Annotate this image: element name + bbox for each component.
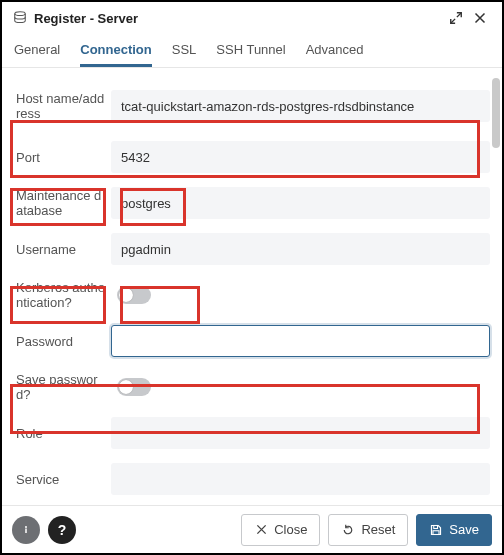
input-port[interactable]: 5432	[111, 141, 490, 173]
footer: ? Close Reset Save	[2, 505, 502, 553]
titlebar: Register - Server	[2, 2, 502, 34]
tab-connection[interactable]: Connection	[80, 34, 152, 67]
value-username: pgadmin	[121, 242, 171, 257]
row-role: Role	[12, 410, 494, 456]
row-host: Host name/address tcat-quickstart-amazon…	[12, 78, 494, 134]
save-button[interactable]: Save	[416, 514, 492, 546]
info-button[interactable]	[12, 516, 40, 544]
password-field[interactable]	[122, 333, 479, 350]
close-button[interactable]: Close	[241, 514, 320, 546]
save-label: Save	[449, 522, 479, 537]
toggle-savepass[interactable]	[117, 378, 151, 396]
save-icon	[429, 523, 443, 537]
reset-button[interactable]: Reset	[328, 514, 408, 546]
row-maintdb: Maintenance database postgres	[12, 180, 494, 226]
svg-rect-2	[25, 528, 27, 533]
label-host: Host name/address	[16, 91, 111, 121]
tab-ssh-tunnel[interactable]: SSH Tunnel	[216, 34, 285, 67]
svg-point-1	[25, 526, 27, 528]
svg-point-0	[15, 12, 26, 16]
reset-label: Reset	[361, 522, 395, 537]
tab-advanced[interactable]: Advanced	[306, 34, 364, 67]
database-icon	[12, 11, 28, 25]
label-password: Password	[16, 334, 111, 349]
form-body: Host name/address tcat-quickstart-amazon…	[2, 68, 502, 505]
dialog-title: Register - Server	[34, 11, 444, 26]
row-password: Password	[12, 318, 494, 364]
label-savepass: Save password?	[16, 372, 111, 402]
help-button[interactable]: ?	[48, 516, 76, 544]
reset-icon	[341, 523, 355, 537]
expand-icon[interactable]	[444, 6, 468, 30]
svg-rect-3	[434, 525, 438, 528]
close-icon	[254, 523, 268, 537]
register-server-dialog: Register - Server General Connection SSL…	[0, 0, 504, 555]
close-dialog-icon[interactable]	[468, 6, 492, 30]
label-service: Service	[16, 472, 111, 487]
close-label: Close	[274, 522, 307, 537]
label-username: Username	[16, 242, 111, 257]
input-service[interactable]	[111, 463, 490, 495]
row-port: Port 5432	[12, 134, 494, 180]
label-maintdb: Maintenance database	[16, 188, 111, 218]
label-role: Role	[16, 426, 111, 441]
input-password[interactable]	[111, 325, 490, 357]
value-port: 5432	[121, 150, 150, 165]
input-username[interactable]: pgadmin	[111, 233, 490, 265]
label-port: Port	[16, 150, 111, 165]
tab-ssl[interactable]: SSL	[172, 34, 197, 67]
input-host[interactable]: tcat-quickstart-amazon-rds-postgres-rdsd…	[111, 90, 490, 122]
tab-general[interactable]: General	[14, 34, 60, 67]
scrollbar[interactable]	[492, 78, 500, 148]
toggle-kerberos[interactable]	[117, 286, 151, 304]
tabs: General Connection SSL SSH Tunnel Advanc…	[2, 34, 502, 68]
value-host: tcat-quickstart-amazon-rds-postgres-rdsd…	[121, 99, 414, 114]
row-kerberos: Kerberos authentication?	[12, 272, 494, 318]
input-maintdb[interactable]: postgres	[111, 187, 490, 219]
input-role[interactable]	[111, 417, 490, 449]
label-kerberos: Kerberos authentication?	[16, 280, 111, 310]
row-username: Username pgadmin	[12, 226, 494, 272]
row-savepass: Save password?	[12, 364, 494, 410]
value-maintdb: postgres	[121, 196, 171, 211]
row-service: Service	[12, 456, 494, 502]
